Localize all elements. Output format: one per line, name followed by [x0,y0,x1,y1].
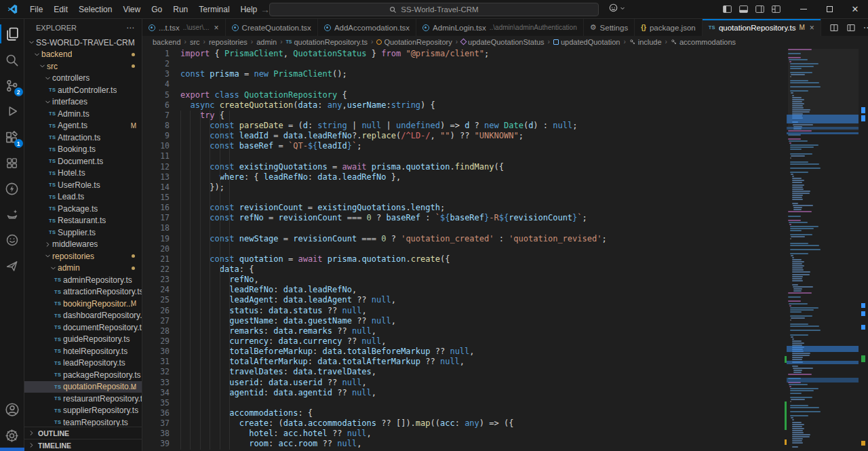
json-braces-icon: {} [641,24,646,31]
line-number: 18 [142,223,170,233]
breadcrumb-item-updatequotationstatus[interactable]: updateQuotationStatus [461,38,545,46]
extension-plane-icon[interactable] [0,253,24,279]
code-line-9: 9 const leadId = data.leadRefNo?.replace… [142,131,868,141]
menu-selection[interactable]: Selection [73,0,117,18]
tree-item-userrole-ts[interactable]: TSUserRole.ts [24,179,142,191]
tree-item-document-ts[interactable]: TSDocument.ts [24,155,142,168]
sidebar-section-timeline[interactable]: TIMELINE [24,439,142,451]
breadcrumb-item-quotationrepository-ts[interactable]: TSquotationRepository.ts [285,38,368,46]
extension-smiley-icon[interactable] [0,227,24,253]
overview-ruler[interactable] [859,47,868,451]
tree-item-authcontroller-ts[interactable]: TSauthController.ts [24,84,142,96]
minimap-code-line [792,426,802,427]
maximize-button[interactable] [816,0,842,18]
customize-layout-icon[interactable] [771,4,781,14]
tab--t-tsx[interactable]: ...t.tsx..\user\...× [142,19,226,36]
tree-item-dashboardrepository-ts[interactable]: TSdashboardRepository.ts [24,310,142,322]
menu-file[interactable]: File [24,0,48,18]
sidebar-section-outline[interactable]: OUTLINE [24,427,142,439]
tab-quotationrepository-ts[interactable]: TSquotationRepository.tsM× [703,19,821,36]
tree-item-middlewares[interactable]: middlewares [24,239,142,251]
tree-item-backend[interactable]: backend [24,49,142,61]
tree-item-hotel-ts[interactable]: TSHotel.ts [24,168,142,180]
tree-item-lead-ts[interactable]: TSLead.ts [24,191,142,203]
close-window-button[interactable]: ✕ [842,0,868,18]
thunder-client-icon[interactable] [0,176,24,201]
extensions-icon[interactable]: 1 [0,124,24,150]
tree-item-restaurant-ts[interactable]: TSRestaurant.ts [24,215,142,227]
tree-item-teamrepository-ts[interactable]: TSteamRepository.ts [24,416,142,427]
tree-item-packagerepository-ts[interactable]: TSpackageRepository.ts [24,369,142,381]
tree-item-agent-ts[interactable]: TSAgent.tsM [24,120,142,132]
split-editor-icon[interactable] [829,23,839,33]
minimap[interactable] [788,49,859,451]
tree-item-leadrepository-ts[interactable]: TSleadRepository.ts [24,357,142,370]
remote-status-corner[interactable] [0,448,24,451]
more-icon[interactable]: ⋯ [863,22,868,33]
back-arrow-icon[interactable]: ← [243,4,252,15]
tab-addaccomodation-tsx[interactable]: AddAccomodation.tsx [318,19,416,36]
tree-item-hotelrepository-ts[interactable]: TShotelRepository.ts [24,345,142,357]
tab-label: AddAccomodation.tsx [334,24,410,32]
tree-item-guiderepository-ts[interactable]: TSguideRepository.ts [24,334,142,346]
breadcrumb-item-admin[interactable]: admin [256,38,277,46]
breadcrumb-item-updatedquotation[interactable]: updatedQuotation [553,38,620,46]
forward-arrow-icon[interactable]: → [260,4,270,15]
menu-edit[interactable]: Edit [48,0,73,18]
tree-item-supplier-ts[interactable]: TSSupplier.ts [24,227,142,239]
explorer-more-actions-icon[interactable]: ⋯ [126,23,135,33]
breadcrumb-item-include[interactable]: include [629,38,662,46]
menu-go[interactable]: Go [146,0,167,18]
menu-terminal[interactable]: Terminal [193,0,235,18]
minimap-code-line [792,189,804,190]
tree-item-admin[interactable]: admin [24,262,142,275]
menu-view[interactable]: View [117,0,146,18]
tree-item-restaurantrepository-ts[interactable]: TSrestaurantRepository.ts [24,393,142,405]
tree-item-attraction-ts[interactable]: TSAttraction.ts [24,132,142,144]
layout-icon[interactable] [846,23,856,33]
tab-close-icon[interactable]: × [214,23,219,33]
tree-item-supplierrepository-ts[interactable]: TSsupplierRepository.ts [24,405,142,417]
breadcrumb-item-backend[interactable]: backend [153,38,181,46]
tree-item-ss-world-travel-crm[interactable]: SS-WORLD-TRAVEL-CRM [24,37,142,49]
tab-close-icon[interactable]: × [810,23,814,33]
search-icon[interactable] [0,47,24,73]
breadcrumb-item-accommodations[interactable]: accommodations [671,38,736,46]
line-number: 35 [142,398,170,408]
tree-item-package-ts[interactable]: TSPackage.ts [24,203,142,215]
source-control-icon[interactable]: 2 [0,73,24,98]
tab-package-json[interactable]: {}package.json [635,19,703,36]
command-center-search[interactable]: SS-World-Travel-CRM [269,3,599,16]
code-editor[interactable]: 1import { PrismaClient, QuotationStatus … [142,47,868,451]
account-icon[interactable] [0,397,24,423]
settings-gear-icon[interactable] [0,423,24,448]
explorer-icon[interactable] [0,21,24,47]
tree-item-bookingrepositor-[interactable]: TSbookingRepositor...M [24,298,142,310]
breadcrumb-item-src[interactable]: src [190,38,200,46]
tree-item-booking-ts[interactable]: TSBooking.ts [24,144,142,156]
tree-item-attractionrepository-ts[interactable]: TSattractionRepository.ts [24,286,142,298]
tree-item-quotationreposito-[interactable]: TSquotationReposito...M [24,381,142,393]
breadcrumb-item-quotationrepository[interactable]: QuotationRepository [376,38,452,46]
copilot-menu[interactable] [608,3,625,13]
tab-adminlogin-tsx[interactable]: AdminLogin.tsx..\admin\adminAuthenticati… [416,19,584,36]
extension-grid-icon[interactable] [0,150,24,176]
tree-item-documentrepository-ts[interactable]: TSdocumentRepository.ts [24,321,142,334]
tree-item-interfaces[interactable]: interfaces [24,96,142,109]
toggle-panel-icon[interactable] [738,4,749,14]
minimize-button[interactable] [791,0,816,18]
toggle-primary-sidebar-icon[interactable] [722,4,732,14]
tree-item-controllers[interactable]: controllers [24,73,142,85]
tree-item-admin-ts[interactable]: TSAdmin.ts [24,108,142,120]
menu-run[interactable]: Run [167,0,193,18]
tab-settings[interactable]: ⚙Settings [584,19,635,36]
tree-item-adminrepository-ts[interactable]: TSadminRepository.ts [24,274,142,286]
tab-createquotation-tsx[interactable]: CreateQuotation.tsx [226,19,318,36]
breadcrumb-item-repositories[interactable]: repositories [209,38,248,46]
tree-item-repositories[interactable]: repositories [24,250,142,262]
run-debug-icon[interactable] [0,98,24,124]
tree-item-src[interactable]: src [24,60,142,73]
extension-lamp-icon[interactable] [0,201,24,227]
code-line-26: 26 status: data.status ?? null, [142,306,868,316]
toggle-secondary-sidebar-icon[interactable] [755,4,765,14]
